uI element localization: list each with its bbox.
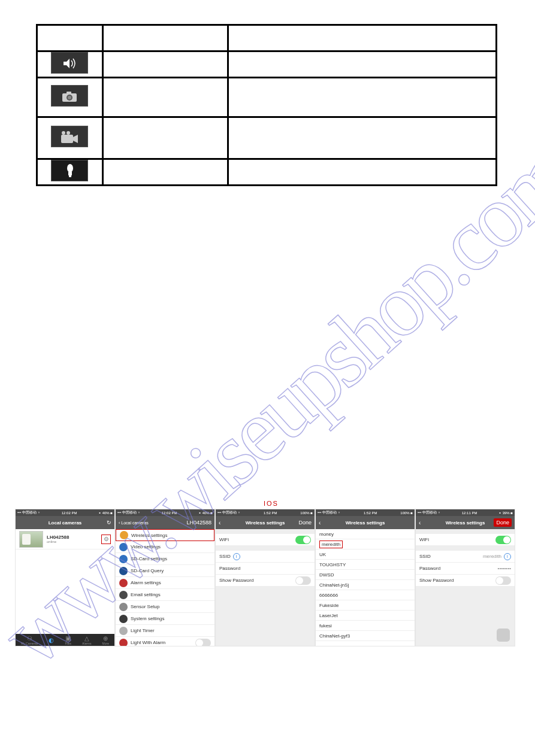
- screen-wireless-empty: ••• 中国移动 ♀ 1:52 PM 100% ■ ‹ Wireless set…: [215, 509, 315, 646]
- settings-item[interactable]: Light Timer: [116, 625, 214, 637]
- show-password-toggle[interactable]: [495, 576, 511, 585]
- nav-bar: Local cameras ↻: [16, 516, 114, 529]
- settings-item[interactable]: Wireless settings: [116, 529, 214, 541]
- network-name: 6666666: [319, 593, 338, 598]
- settings-item[interactable]: Email settings: [116, 589, 214, 601]
- network-name: ChinaNet-gyf3: [319, 633, 350, 639]
- svg-rect-11: [69, 175, 71, 177]
- row-password[interactable]: Password: [216, 563, 315, 575]
- tab-my-cameras[interactable]: ⚇My Cameras: [21, 635, 38, 645]
- light-alarm-toggle[interactable]: [195, 639, 211, 647]
- network-name: Fukeside: [319, 603, 338, 608]
- row-show-password[interactable]: Show Password: [416, 575, 515, 587]
- settings-item[interactable]: Light With Alarm: [116, 637, 214, 646]
- setting-label: Video settings: [131, 544, 161, 549]
- tab-alarms[interactable]: △Alarms: [82, 635, 92, 645]
- password-value: ••••••••: [498, 566, 511, 571]
- nav-title: Local cameras: [49, 520, 82, 526]
- camera-entry[interactable]: LH042588 online ⚙: [16, 529, 114, 549]
- nav-bar: ‹ Wireless settings Done: [216, 516, 315, 529]
- back-button[interactable]: ‹: [319, 520, 321, 526]
- wifi-network[interactable]: LaserJet: [316, 611, 415, 621]
- ssid-info-icon[interactable]: i: [504, 553, 511, 560]
- nav-title: Wireless settings: [346, 520, 385, 526]
- camera-id: LH042588: [47, 535, 69, 540]
- settings-item[interactable]: SD-Card settings: [116, 553, 214, 565]
- settings-item[interactable]: Alarm settings: [116, 577, 214, 589]
- wifi-network[interactable]: DWSD: [316, 570, 415, 580]
- screen-network-list: ••• 中国移动 ♀ 1:52 PM 100% ■ ‹ Wireless set…: [315, 509, 415, 646]
- refresh-icon[interactable]: ↻: [107, 520, 111, 526]
- wifi-network[interactable]: ChinaNet-jnSj: [316, 580, 415, 590]
- row-ssid[interactable]: SSID i: [216, 551, 315, 563]
- nav-title: Wireless settings: [246, 520, 285, 526]
- wifi-network[interactable]: 6666666: [316, 590, 415, 600]
- settings-item[interactable]: System settings: [116, 613, 214, 625]
- status-bar: ••• 中国移动 ♀ 12:02 PM ⚬ 40% ■: [16, 509, 114, 516]
- camera-icon: [51, 85, 88, 107]
- home-indicator-icon: [497, 629, 510, 642]
- setting-icon: [119, 591, 128, 599]
- status-bar: ••• 中国移动 ♀ 12:11 PM ⚬ 39% ■: [416, 509, 515, 516]
- setting-icon: [119, 639, 128, 647]
- setting-icon: [119, 555, 128, 563]
- setting-label: Wireless settings: [131, 533, 167, 538]
- settings-item[interactable]: Video settings: [116, 541, 214, 553]
- setting-icon: [119, 603, 128, 611]
- feature-table: [36, 24, 497, 186]
- carrier: ••• 中国移动 ♀: [17, 510, 40, 515]
- setting-icon: [119, 627, 128, 635]
- network-name: UK: [319, 552, 326, 557]
- setting-label: SD-Card settings: [131, 556, 167, 561]
- network-name: money: [319, 532, 334, 537]
- back-button[interactable]: ‹: [219, 520, 220, 526]
- settings-gear-icon[interactable]: ⚙: [101, 535, 111, 544]
- done-button[interactable]: Done: [298, 520, 312, 526]
- row-ssid[interactable]: SSID meredith i: [416, 551, 515, 563]
- wifi-toggle[interactable]: [495, 536, 511, 544]
- wifi-network[interactable]: ChinaNet-gyf3: [316, 631, 415, 641]
- svg-rect-5: [61, 135, 73, 143]
- row-wifi[interactable]: WiFi: [416, 534, 515, 546]
- tab-2[interactable]: ◐: [49, 637, 54, 643]
- wifi-network[interactable]: Fukeside: [316, 600, 415, 611]
- status-bar: ••• 中国移动 ♀ 1:52 PM 100% ■: [216, 509, 315, 516]
- show-password-toggle[interactable]: [295, 576, 311, 585]
- back-button[interactable]: ‹: [419, 520, 421, 526]
- settings-item[interactable]: SD-Card Query: [116, 565, 214, 577]
- row-password[interactable]: Password ••••••••: [416, 563, 515, 575]
- back-button[interactable]: ‹ Local cameras: [119, 521, 149, 525]
- setting-icon: [119, 579, 128, 587]
- setting-icon: [120, 531, 128, 539]
- setting-icon: [119, 615, 128, 623]
- row-wifi[interactable]: WiFi: [216, 534, 315, 546]
- nav-bar: ‹ Wireless settings: [316, 516, 415, 529]
- settings-item[interactable]: Sensor Setup: [116, 601, 214, 613]
- network-name: DWSD: [319, 572, 334, 578]
- svg-rect-10: [68, 172, 72, 175]
- video-icon: [51, 126, 88, 147]
- wifi-network[interactable]: TOUGHSTY: [316, 560, 415, 570]
- wifi-network[interactable]: meredith: [316, 539, 415, 549]
- nav-bar: ‹ Wireless settings Done: [416, 516, 515, 529]
- done-button[interactable]: Done: [494, 518, 512, 527]
- setting-icon: [119, 543, 128, 551]
- wifi-network[interactable]: money: [316, 529, 415, 539]
- network-name: ChinaNet-jnSj: [319, 582, 349, 588]
- tab-more[interactable]: ⊕More: [102, 635, 109, 645]
- setting-icon: [119, 567, 128, 575]
- status-bar: ••• 中国移动 ♀ 1:52 PM 100% ■: [316, 509, 415, 516]
- setting-label: Light Timer: [131, 628, 155, 633]
- ssid-value: meredith: [483, 554, 501, 559]
- network-name: fukesi: [319, 623, 332, 629]
- wifi-network[interactable]: UK: [316, 549, 415, 560]
- row-speaker: [37, 51, 497, 78]
- row-show-password[interactable]: Show Password: [216, 575, 315, 587]
- wifi-toggle[interactable]: [295, 536, 311, 544]
- ssid-info-icon[interactable]: i: [233, 553, 240, 560]
- screen-settings-list: ••• 中国移动 ♀ 12:02 PM ⚬ 40% ■ ‹ Local came…: [115, 509, 215, 646]
- tab-files[interactable]: ▣Files: [65, 635, 71, 645]
- network-name: meredith: [319, 541, 343, 548]
- row-camera: [37, 78, 497, 117]
- wifi-network[interactable]: fukesi: [316, 621, 415, 631]
